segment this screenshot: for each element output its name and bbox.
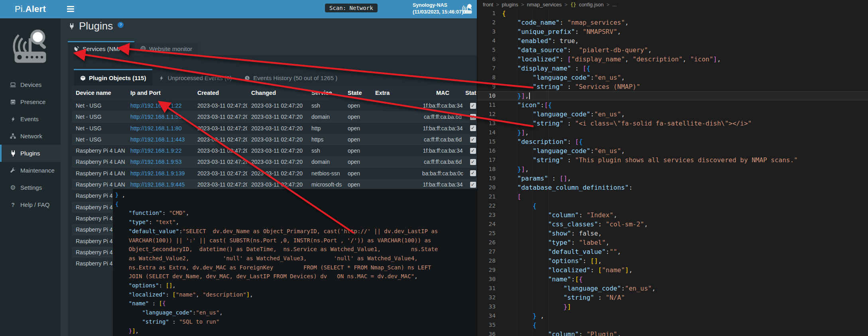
col-mac[interactable]: MAC	[421, 86, 464, 100]
editor-line[interactable]: 8 "language_code":"en_us",	[477, 73, 868, 82]
sidebar-item-maintenance[interactable]: Maintenance	[0, 162, 61, 179]
editor-line[interactable]: 17 "string" : "This plugin shows all ser…	[477, 155, 868, 165]
status-checkbox[interactable]: ✓	[470, 103, 476, 109]
breadcrumb-segment[interactable]: ...	[612, 2, 617, 8]
device-port-link[interactable]: http://192.168.1.9:53	[130, 159, 181, 165]
editor-line[interactable]: 24 "css_classes": "col-sm-2",	[477, 220, 868, 229]
sidebar-item-settings[interactable]: ⚙Settings	[0, 179, 61, 196]
editor-line[interactable]: 28 "options": [],	[477, 256, 868, 265]
breadcrumb-segment[interactable]: config.json	[579, 2, 604, 8]
overlay-code-line: as Watched_Value2, 'null' as Watched_Val…	[115, 254, 477, 263]
editor-line[interactable]: 6 "localized": ["display_name", "descrip…	[477, 55, 868, 64]
editor-line[interactable]: 7 "display_name" : [{	[477, 64, 868, 73]
overlay-code-line: "string" : "SQL to run"	[115, 317, 477, 326]
sidebar-item-network[interactable]: Network	[0, 128, 61, 145]
line-number: 12	[477, 110, 502, 119]
menu-icon[interactable]	[67, 6, 74, 13]
device-port-link[interactable]: http://192.168.1.1:80	[130, 125, 181, 132]
cell-state: open	[344, 134, 371, 145]
editor-line[interactable]: 12 "language_code":"en_us",	[477, 110, 868, 119]
cell-extra	[371, 134, 421, 145]
tab-plugin-objects[interactable]: Plugin Objects (115)	[74, 69, 152, 86]
editor-line[interactable]: 30 "name":[{	[477, 275, 868, 284]
editor-line[interactable]: 21 [	[477, 192, 868, 201]
gear-icon: ⚙	[10, 185, 16, 191]
editor-line[interactable]: 36 "column": "Plugin",	[477, 330, 868, 336]
editor-line[interactable]: 20 "database_column_definitions":	[477, 183, 868, 192]
line-number: 36	[477, 330, 502, 336]
editor-line[interactable]: 13 "string" : "<i class=\"fa-solid fa-sa…	[477, 119, 868, 128]
sidebar-nav: DevicesPresenceEventsNetworkPluginsMaint…	[0, 76, 61, 213]
editor-line[interactable]: 18 }],	[477, 165, 868, 174]
status-checkbox[interactable]: ✓	[470, 125, 476, 131]
col-extra[interactable]: Extra	[371, 86, 421, 100]
editor-line[interactable]: 27 "default_value":"",	[477, 247, 868, 256]
sidebar-item-devices[interactable]: Devices	[0, 76, 61, 93]
editor-line[interactable]: 35 {	[477, 320, 868, 330]
sidebar-item-events[interactable]: Events	[0, 110, 61, 128]
col-device-name[interactable]: Device name	[72, 86, 126, 100]
editor-line[interactable]: 19 "params" : [],	[477, 174, 868, 183]
overlay-code-line: }],	[115, 326, 477, 336]
editor-line[interactable]: 14 }],	[477, 128, 868, 137]
editor-line[interactable]: 11 "icon":[{	[477, 100, 868, 110]
col-changed[interactable]: Changed	[247, 86, 307, 100]
status-checkbox[interactable]: ✓	[470, 137, 476, 143]
editor-line[interactable]: 5 "data_source": "pialert-db-query",	[477, 45, 868, 55]
cell-extra	[371, 123, 421, 134]
breadcrumb-segment[interactable]: plugins	[502, 2, 518, 8]
device-port-link[interactable]: http://192.168.1.1:443	[130, 136, 185, 143]
editor-line[interactable]: 26 "type": "label",	[477, 238, 868, 247]
sidebar-item-help-faq[interactable]: ?Help / FAQ	[0, 196, 61, 213]
status-checkbox[interactable]: ✓	[470, 114, 476, 120]
cell-created: 2023-03-11 02:47:20	[193, 156, 247, 167]
editor-line[interactable]: 32 "string" : "N/A"	[477, 293, 868, 302]
editor-line[interactable]: 1{	[477, 9, 868, 18]
editor-line[interactable]: 3 "unique_prefix": "NMAPSRV",	[477, 27, 868, 36]
editor-line[interactable]: 22 {	[477, 201, 868, 210]
tab-website-monitor[interactable]: Website monitor	[134, 42, 198, 55]
device-port-link[interactable]: http://192.168.1.9:139	[130, 170, 185, 177]
line-number: 4	[477, 36, 502, 45]
code-editor[interactable]: front>plugins>nmap_services>{}config.jso…	[477, 0, 868, 336]
editor-line[interactable]: 15 "description": [{	[477, 137, 868, 146]
col-service[interactable]: Service	[307, 86, 344, 100]
plugin-config-code-overlay[interactable]: } ,{ "function": "CMD", "type": "text", …	[113, 189, 477, 336]
status-checkbox[interactable]: ✓	[470, 159, 476, 165]
overlay-code-line: "function": "CMD",	[115, 208, 477, 218]
col-state[interactable]: State	[344, 86, 371, 100]
editor-line[interactable]: 29 "localized": ["name"],	[477, 265, 868, 275]
device-port-link[interactable]: http://192.168.1.1:22	[130, 102, 181, 109]
col-created[interactable]: Created	[193, 86, 247, 100]
editor-line[interactable]: 2 "code_name": "nmap_services",	[477, 18, 868, 27]
tab-events-history[interactable]: Events History (50 out of 1265 )	[238, 70, 344, 86]
brand-logo[interactable]: Pi.Alert	[0, 0, 61, 18]
sidebar-item-plugins[interactable]: Plugins	[0, 145, 61, 162]
editor-line[interactable]: 31 "language_code":"en_us",	[477, 284, 868, 293]
editor-line[interactable]: 10 }],	[477, 91, 868, 100]
editor-line[interactable]: 4 "enabled": true,	[477, 36, 868, 45]
cell-changed: 2023-03-11 02:47:20	[247, 168, 307, 179]
breadcrumb-segment[interactable]: nmap_services	[527, 2, 561, 8]
editor-line[interactable]: 9 "string" : "Services (NMAP)"	[477, 82, 868, 91]
status-checkbox[interactable]: ✓	[470, 170, 476, 176]
tab-services-nmap[interactable]: Services (NMAP)	[68, 41, 134, 55]
breadcrumb-segment[interactable]: front	[483, 2, 493, 8]
help-badge[interactable]: ?	[118, 22, 124, 28]
editor-line[interactable]: 33 }]	[477, 302, 868, 311]
editor-line[interactable]: 16 "language_code":"en_us",	[477, 146, 868, 155]
editor-line[interactable]: 23 "column": "Index",	[477, 210, 868, 220]
sidebar-item-presence[interactable]: Presence	[0, 93, 61, 110]
device-port-link[interactable]: http://192.168.1.1:53	[130, 114, 181, 120]
editor-line[interactable]: 34 } ,	[477, 311, 868, 320]
breadcrumb[interactable]: front>plugins>nmap_services>{}config.jso…	[477, 0, 868, 9]
device-port-link[interactable]: http://192.168.1.9:445	[130, 181, 185, 188]
table-row: Net - USGhttp://192.168.1.1:222023-03-11…	[72, 100, 482, 111]
line-number: 24	[477, 220, 502, 229]
col-ip-and-port[interactable]: Ip and Port	[126, 86, 193, 100]
device-port-link[interactable]: http://192.168.1.9:22	[130, 147, 181, 154]
editor-line[interactable]: 25 "show": false,	[477, 229, 868, 238]
status-checkbox[interactable]: ✓	[470, 148, 476, 154]
status-checkbox[interactable]: ✓	[470, 182, 476, 188]
tab-unprocessed-events[interactable]: Unprocessed Events (0)	[152, 70, 238, 86]
